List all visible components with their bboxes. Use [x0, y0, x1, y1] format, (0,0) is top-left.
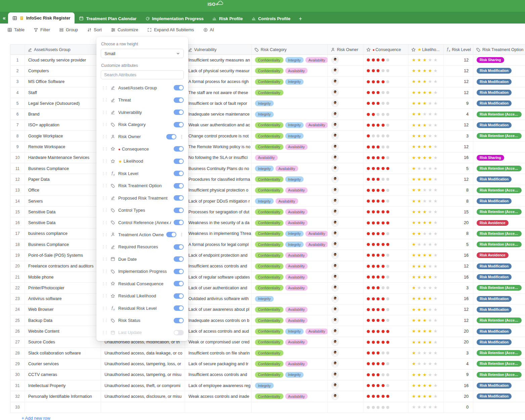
toolbar-filter-button[interactable]: Filter [34, 27, 50, 32]
risk-category-cell[interactable]: ConfidentialityAvailability [252, 261, 328, 271]
risk-owner-cell[interactable] [328, 141, 363, 152]
risk-category-cell[interactable]: Confidentiality [252, 87, 328, 98]
visibility-toggle[interactable] [174, 208, 184, 213]
risk-owner-cell[interactable] [328, 304, 363, 315]
likelihood-star[interactable]: ★ [433, 373, 437, 377]
asset-cell[interactable]: business compliance [25, 228, 101, 239]
likelihood-star[interactable]: ★ [423, 351, 427, 355]
consequence-dot[interactable] [372, 134, 375, 137]
consequence-dot[interactable] [372, 362, 375, 365]
consequence-dot[interactable] [372, 145, 375, 149]
risk-owner-cell[interactable] [328, 87, 363, 98]
likelihood-star[interactable]: ★ [433, 307, 437, 312]
consequence-dot[interactable] [386, 373, 389, 376]
asset-cell[interactable]: Antivirus software [25, 294, 101, 304]
asset-cell[interactable]: Remote Workspace [25, 141, 101, 152]
likelihood-star[interactable]: ★ [433, 90, 437, 95]
drag-handle-icon[interactable]: ⋮⋮ [101, 269, 107, 273]
visibility-toggle[interactable] [174, 110, 184, 115]
risk-category-cell[interactable]: ConfidentialityAvailability [252, 185, 328, 196]
risk-treatment-cell[interactable]: Risk Modification [473, 174, 525, 184]
row-number-cell[interactable]: 16 [10, 217, 25, 228]
vulnerability-cell[interactable]: Insufficient controls on file sharin [185, 348, 252, 358]
consequence-dot[interactable] [386, 189, 389, 192]
likelihood-star[interactable]: ★ [423, 90, 427, 95]
row-number-cell[interactable]: 28 [10, 348, 25, 358]
likelihood-star[interactable]: ★ [417, 112, 421, 117]
row-number-cell[interactable]: 13 [10, 185, 25, 196]
likelihood-cell[interactable]: ★★★★★ [408, 337, 444, 347]
row-number-cell[interactable]: 31 [10, 380, 25, 391]
likelihood-star[interactable]: ★ [412, 351, 416, 355]
vulnerability-cell[interactable]: Lack of endpoint protection and [185, 250, 252, 260]
asset-cell[interactable]: Business Compliance [25, 163, 101, 174]
consequence-dot[interactable] [386, 341, 389, 344]
likelihood-star[interactable]: ★ [433, 405, 437, 410]
risk-treatment-cell[interactable]: Risk Modification [473, 294, 525, 304]
consequence-dot[interactable] [372, 200, 375, 203]
likelihood-star[interactable]: ★ [433, 275, 437, 280]
vulnerability-cell[interactable]: Processes for segragation of dut [185, 207, 252, 217]
collapse-sidebar-icon[interactable]: « [1, 15, 8, 24]
likelihood-star[interactable]: ★ [433, 264, 437, 269]
likelihood-star[interactable]: ★ [428, 199, 432, 204]
likelihood-star[interactable]: ★ [412, 210, 416, 214]
consequence-dot[interactable] [382, 243, 385, 246]
likelihood-star[interactable]: ★ [412, 101, 416, 106]
consequence-dot[interactable] [377, 189, 380, 192]
likelihood-star[interactable]: ★ [417, 307, 421, 312]
consequence-dot[interactable] [386, 362, 389, 365]
likelihood-star[interactable]: ★ [412, 329, 416, 334]
risk-category-cell[interactable]: ConfidentialityIntegrity [252, 370, 328, 380]
visibility-toggle[interactable] [174, 183, 184, 188]
consequence-dot[interactable] [386, 167, 389, 170]
likelihood-star[interactable]: ★ [433, 79, 437, 84]
consequence-dot[interactable] [377, 406, 380, 409]
drag-handle-icon[interactable]: ⋮⋮ [101, 98, 107, 102]
consequence-dot[interactable] [367, 189, 370, 192]
toolbar-table-button[interactable]: Table [7, 27, 25, 32]
consequence-dot[interactable] [377, 373, 380, 376]
likelihood-star[interactable]: ★ [423, 166, 427, 171]
risk-category-cell[interactable]: ConfidentialityIntegrityAvailability [252, 55, 328, 65]
likelihood-star[interactable]: ★ [428, 394, 432, 399]
likelihood-star[interactable]: ★ [428, 134, 432, 138]
risk-category-cell[interactable]: ConfidentialityIntegrityAvailability [252, 239, 328, 250]
consequence-dot[interactable] [377, 134, 380, 137]
likelihood-star[interactable]: ★ [412, 264, 416, 269]
likelihood-star[interactable]: ★ [412, 394, 416, 399]
likelihood-star[interactable]: ★ [417, 69, 421, 73]
visibility-toggle[interactable] [174, 318, 184, 323]
consequence-dot[interactable] [367, 200, 370, 203]
risk-owner-cell[interactable] [328, 348, 363, 358]
likelihood-star[interactable]: ★ [423, 383, 427, 388]
risk-treatment-cell[interactable]: Risk Retention (Acceptan... [473, 348, 525, 358]
likelihood-cell[interactable]: ★★★★★ [408, 153, 444, 163]
toolbar-sort-button[interactable]: Sort [87, 27, 102, 32]
consequence-dot[interactable] [367, 124, 370, 127]
consequence-dot[interactable] [382, 351, 385, 354]
consequence-dot[interactable] [377, 80, 380, 83]
risk-owner-cell[interactable] [328, 163, 363, 174]
likelihood-cell[interactable]: ★★★★★ [408, 370, 444, 380]
risk-category-cell[interactable]: ConfidentialityAvailability [252, 141, 328, 152]
asset-cell[interactable]: Freelance contractors and auditors [25, 261, 101, 271]
vulnerability-cell[interactable]: Inadequate service maintenance [185, 109, 252, 119]
likelihood-star[interactable]: ★ [428, 275, 432, 280]
likelihood-cell[interactable]: ★★★★★ [408, 228, 444, 239]
risk-owner-cell[interactable] [328, 239, 363, 250]
consequence-dot[interactable] [377, 297, 380, 300]
consequence-dot[interactable] [382, 189, 385, 192]
asset-cell[interactable]: Paper Data [25, 174, 101, 184]
vulnerability-cell[interactable]: Lack of user awareness about pl [185, 304, 252, 315]
consequence-cell[interactable] [363, 304, 408, 315]
consequence-dot[interactable] [372, 243, 375, 246]
consequence-cell[interactable] [363, 196, 408, 206]
risk-category-cell[interactable]: Availability [252, 153, 328, 163]
likelihood-star[interactable]: ★ [423, 156, 427, 160]
likelihood-star[interactable]: ★ [433, 188, 437, 193]
likelihood-star[interactable]: ★ [428, 253, 432, 258]
consequence-dot[interactable] [367, 406, 370, 409]
consequence-cell[interactable] [363, 228, 408, 239]
likelihood-star[interactable]: ★ [433, 286, 437, 290]
